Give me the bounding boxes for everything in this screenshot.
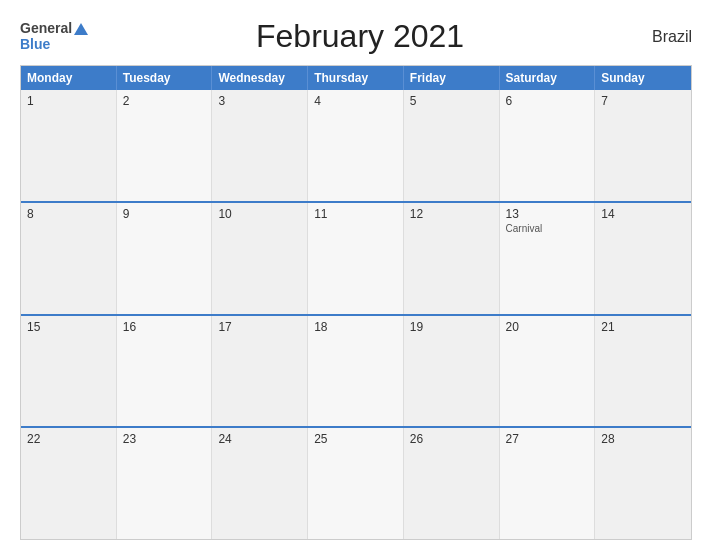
calendar-week-2: 8910111213Carnival14: [21, 201, 691, 314]
calendar-cell: 16: [117, 316, 213, 427]
event-label: Carnival: [506, 223, 589, 234]
calendar-cell: 26: [404, 428, 500, 539]
day-number: 19: [410, 320, 493, 334]
calendar-cell: 8: [21, 203, 117, 314]
day-number: 2: [123, 94, 206, 108]
calendar-cell: 28: [595, 428, 691, 539]
day-number: 1: [27, 94, 110, 108]
calendar-cell: 21: [595, 316, 691, 427]
calendar-week-4: 22232425262728: [21, 426, 691, 539]
day-number: 21: [601, 320, 685, 334]
calendar-cell: 24: [212, 428, 308, 539]
calendar-cell: 14: [595, 203, 691, 314]
calendar-cell: 3: [212, 90, 308, 201]
calendar-cell: 2: [117, 90, 213, 201]
day-number: 14: [601, 207, 685, 221]
calendar-cell: 22: [21, 428, 117, 539]
header: General Blue February 2021 Brazil: [20, 18, 692, 55]
day-number: 13: [506, 207, 589, 221]
day-number: 25: [314, 432, 397, 446]
calendar-cell: 27: [500, 428, 596, 539]
calendar-page: General Blue February 2021 Brazil Monday…: [0, 0, 712, 550]
calendar-week-3: 15161718192021: [21, 314, 691, 427]
logo-blue: Blue: [20, 36, 50, 52]
day-number: 8: [27, 207, 110, 221]
day-number: 17: [218, 320, 301, 334]
day-number: 26: [410, 432, 493, 446]
day-number: 28: [601, 432, 685, 446]
day-number: 12: [410, 207, 493, 221]
day-number: 5: [410, 94, 493, 108]
logo-triangle-icon: [74, 23, 88, 35]
calendar-cell: 13Carnival: [500, 203, 596, 314]
calendar-cell: 9: [117, 203, 213, 314]
header-day-wednesday: Wednesday: [212, 66, 308, 90]
calendar-cell: 7: [595, 90, 691, 201]
calendar-cell: 18: [308, 316, 404, 427]
day-number: 15: [27, 320, 110, 334]
day-number: 11: [314, 207, 397, 221]
day-number: 23: [123, 432, 206, 446]
day-number: 3: [218, 94, 301, 108]
logo-general: General: [20, 21, 72, 36]
calendar-header-row: MondayTuesdayWednesdayThursdayFridaySatu…: [21, 66, 691, 90]
calendar-week-1: 1234567: [21, 90, 691, 201]
day-number: 4: [314, 94, 397, 108]
day-number: 24: [218, 432, 301, 446]
calendar-cell: 25: [308, 428, 404, 539]
day-number: 27: [506, 432, 589, 446]
calendar-cell: 12: [404, 203, 500, 314]
day-number: 10: [218, 207, 301, 221]
calendar-cell: 10: [212, 203, 308, 314]
calendar-cell: 19: [404, 316, 500, 427]
day-number: 20: [506, 320, 589, 334]
header-day-thursday: Thursday: [308, 66, 404, 90]
calendar-cell: 17: [212, 316, 308, 427]
calendar-body: 12345678910111213Carnival141516171819202…: [21, 90, 691, 539]
day-number: 7: [601, 94, 685, 108]
header-day-saturday: Saturday: [500, 66, 596, 90]
calendar-cell: 1: [21, 90, 117, 201]
logo: General Blue: [20, 21, 88, 52]
calendar-cell: 4: [308, 90, 404, 201]
calendar-cell: 15: [21, 316, 117, 427]
day-number: 22: [27, 432, 110, 446]
day-number: 6: [506, 94, 589, 108]
country-label: Brazil: [632, 28, 692, 46]
calendar-cell: 20: [500, 316, 596, 427]
header-day-monday: Monday: [21, 66, 117, 90]
calendar-cell: 23: [117, 428, 213, 539]
day-number: 9: [123, 207, 206, 221]
header-day-sunday: Sunday: [595, 66, 691, 90]
day-number: 18: [314, 320, 397, 334]
calendar-cell: 6: [500, 90, 596, 201]
calendar-title: February 2021: [88, 18, 632, 55]
day-number: 16: [123, 320, 206, 334]
header-day-friday: Friday: [404, 66, 500, 90]
calendar-grid: MondayTuesdayWednesdayThursdayFridaySatu…: [20, 65, 692, 540]
header-day-tuesday: Tuesday: [117, 66, 213, 90]
calendar-cell: 11: [308, 203, 404, 314]
calendar-cell: 5: [404, 90, 500, 201]
